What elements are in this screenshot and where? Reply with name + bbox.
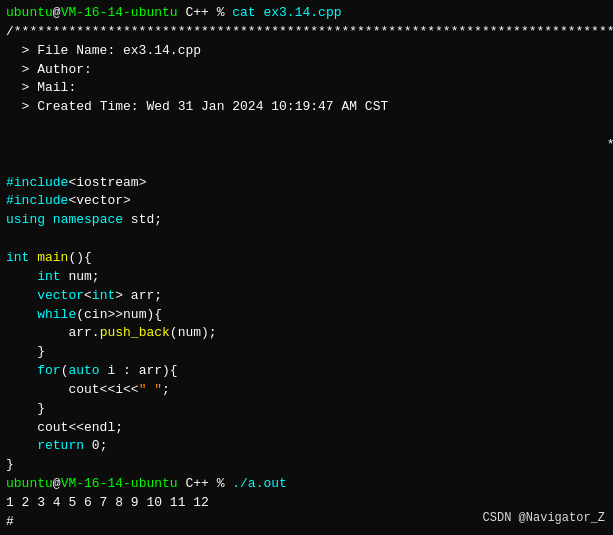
stars-top: /***************************************…: [6, 23, 607, 42]
code-int-num: int num;: [6, 268, 607, 287]
prompt-shell-2: C++ %: [178, 475, 233, 494]
prompt-user-1: ubuntu: [6, 4, 53, 23]
code-return: return 0;: [6, 437, 607, 456]
comment-mail: > Mail:: [6, 79, 607, 98]
blank-1: [6, 155, 607, 174]
code-cout-i: cout<<i<<" ";: [6, 381, 607, 400]
code-push-back: arr.push_back(num);: [6, 324, 607, 343]
comment-author: > Author:: [6, 61, 607, 80]
terminal: ubuntu@VM-16-14-ubuntu C++ % cat ex3.14.…: [0, 0, 613, 535]
code-while: while(cin>>num){: [6, 306, 607, 325]
using-namespace: using namespace std;: [6, 211, 607, 230]
prompt-host-2: VM-16-14-ubuntu: [61, 475, 178, 494]
code-close-while: }: [6, 343, 607, 362]
blank-2: [6, 230, 607, 249]
prompt-line-1: ubuntu@VM-16-14-ubuntu C++ % cat ex3.14.…: [6, 4, 607, 23]
prompt-cmd-2: ./a.out: [232, 475, 287, 494]
prompt-at-1: @: [53, 4, 61, 23]
output-3: 1 2 3 4 5 6 7 8 9 10 11 12: [6, 532, 607, 535]
code-close-main: }: [6, 456, 607, 475]
code-cout-endl: cout<<endl;: [6, 419, 607, 438]
prompt-at-2: @: [53, 475, 61, 494]
prompt-user-2: ubuntu: [6, 475, 53, 494]
comment-filename: > File Name: ex3.14.cpp: [6, 42, 607, 61]
created-label: Created: [37, 98, 92, 117]
prompt-host-1: VM-16-14-ubuntu: [61, 4, 178, 23]
prompt-line-2: ubuntu@VM-16-14-ubuntu C++ % ./a.out: [6, 475, 607, 494]
stars-bot: */: [6, 117, 607, 155]
prompt-shell-1: C++ %: [178, 4, 233, 23]
code-close-for: }: [6, 400, 607, 419]
code-vector: vector<int> arr;: [6, 287, 607, 306]
watermark: CSDN @Navigator_Z: [483, 510, 605, 527]
code-main: int main(){: [6, 249, 607, 268]
comment-created: > Created Time: Wed 31 Jan 2024 10:19:47…: [6, 98, 607, 117]
include-vector: #include<vector>: [6, 192, 607, 211]
include-iostream: #include<iostream>: [6, 174, 607, 193]
code-for: for(auto i : arr){: [6, 362, 607, 381]
prompt-cmd-1: cat ex3.14.cpp: [232, 4, 341, 23]
